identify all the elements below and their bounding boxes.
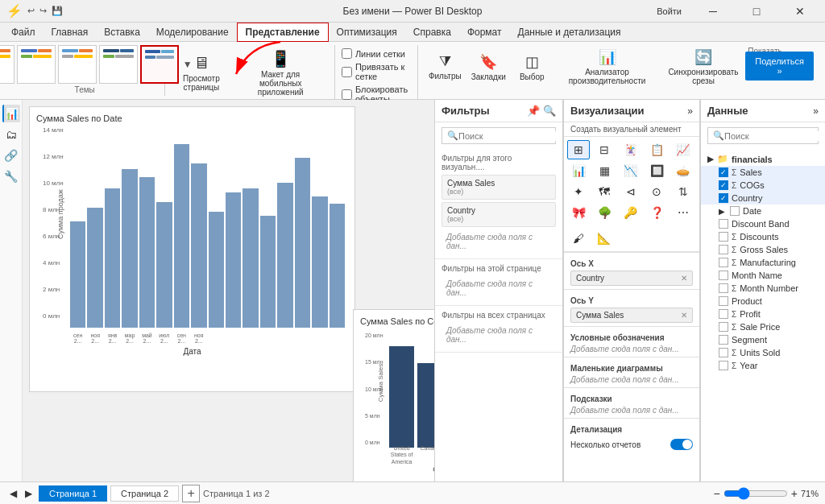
viz-decomp-icon[interactable]: 🌳	[593, 203, 616, 222]
filter-add-page[interactable]: Добавьте сюда поля с дан...	[442, 276, 556, 300]
checkbox-month-number[interactable]	[719, 283, 728, 293]
small-bar-1[interactable]	[417, 363, 434, 448]
data-item-month-name[interactable]: Month Name	[701, 269, 825, 282]
analyzer-btn[interactable]: 📊 Анализатор производительности	[555, 45, 659, 89]
theme-btn-2[interactable]	[17, 45, 56, 84]
chart-main[interactable]: Сумма Sales по Date Сумма продаж 14 млн1…	[29, 106, 355, 392]
bar-11[interactable]	[260, 216, 276, 328]
left-icon-data[interactable]: 🗂	[2, 126, 20, 143]
bar-12[interactable]	[277, 183, 292, 328]
sync-btn[interactable]: 🔄 Синхронизировать срезы	[662, 45, 744, 89]
data-item-country[interactable]: ✓ Country	[701, 192, 825, 204]
viz-table-icon[interactable]: ⊞	[567, 140, 590, 159]
reports-toggle-switch[interactable]	[670, 439, 693, 450]
bar-7[interactable]	[191, 163, 206, 328]
viz-key-icon[interactable]: 🔑	[620, 203, 642, 222]
theme-btn-3[interactable]	[58, 45, 97, 84]
viz-bar-icon[interactable]: 📊	[567, 161, 590, 180]
small-bar-0[interactable]	[389, 346, 414, 448]
checkbox-discount-band[interactable]	[719, 219, 728, 229]
data-item-product[interactable]: Product	[701, 295, 825, 308]
signin-button[interactable]: Войти	[650, 5, 688, 18]
zoom-in-button[interactable]: +	[791, 487, 798, 500]
tooltips-add[interactable]: Добавьте сюда поля с дан...	[570, 406, 693, 415]
maximize-button[interactable]: □	[738, 0, 775, 23]
data-item-cogs[interactable]: ✓ Σ COGs	[701, 179, 825, 192]
select-btn[interactable]: ◫ Выбор	[512, 50, 552, 85]
menu-file[interactable]: Файл	[3, 23, 44, 42]
viz-gauge-icon[interactable]: ⊙	[645, 182, 668, 201]
checkbox-year[interactable]	[719, 361, 728, 370]
data-item-gross-sales[interactable]: Σ Gross Sales	[701, 243, 825, 256]
viz-map-icon[interactable]: 🗺	[593, 182, 616, 201]
viz-analytics-icon[interactable]: 📐	[592, 229, 615, 248]
bar-0[interactable]	[70, 221, 85, 328]
bookmarks-btn[interactable]: 🔖 Закладки	[468, 50, 508, 85]
viz-waterfall-icon[interactable]: ⇅	[672, 182, 694, 201]
checkbox-gross-sales[interactable]	[719, 245, 728, 254]
axis-y-field[interactable]: Сумма Sales ✕	[570, 308, 693, 323]
bar-13[interactable]	[295, 158, 310, 328]
data-item-profit[interactable]: Σ Profit	[701, 308, 825, 320]
theme-btn-4[interactable]	[99, 45, 138, 84]
filter-add-all[interactable]: Добавьте сюда поля с дан...	[442, 323, 556, 347]
checkbox-date[interactable]	[730, 206, 740, 216]
page-tab-2[interactable]: Страница 2	[110, 485, 179, 502]
bar-10[interactable]	[243, 188, 258, 328]
chart-small[interactable]: Сумма Sales по Country ⧩ ⤢ ⋯ Сумма Sales…	[353, 309, 434, 481]
checkbox-segment[interactable]	[719, 335, 728, 345]
viz-clustered-icon[interactable]: ▦	[593, 161, 616, 180]
data-folder-financials[interactable]: ▶ 📁 financials	[701, 152, 825, 166]
viz-matrix-icon[interactable]: ⊟	[593, 140, 616, 159]
menu-insert[interactable]: Вставка	[96, 23, 148, 42]
gridlines-checkbox[interactable]: Линии сетки	[342, 48, 411, 59]
viz-format-icon[interactable]: 🖌	[567, 229, 590, 248]
viz-scatter-icon[interactable]: ✦	[567, 182, 590, 201]
zoom-slider[interactable]	[723, 487, 788, 500]
data-item-discount-band[interactable]: Discount Band	[701, 217, 825, 230]
data-item-sales[interactable]: ✓ Σ Sales	[701, 166, 825, 179]
menu-modeling[interactable]: Моделирование	[148, 23, 237, 42]
theme-btn-1[interactable]	[0, 45, 15, 84]
bar-9[interactable]	[226, 192, 241, 328]
data-item-sale-price[interactable]: Σ Sale Price	[701, 320, 825, 333]
filters-btn[interactable]: ⧩ Фильтры	[425, 50, 465, 84]
data-item-year[interactable]: Σ Year	[701, 359, 825, 372]
snap-checkbox[interactable]: Привязать к сетке	[342, 62, 411, 81]
filter-add-visual[interactable]: Добавьте сюда поля с дан...	[442, 229, 556, 254]
axis-x-remove-icon[interactable]: ✕	[681, 274, 687, 283]
axis-y-remove-icon[interactable]: ✕	[681, 311, 687, 320]
viz-funnel-icon[interactable]: ⊲	[620, 182, 642, 201]
checkbox-manufacturing[interactable]	[719, 258, 728, 267]
menu-home[interactable]: Главная	[44, 23, 97, 42]
bar-4[interactable]	[139, 177, 155, 328]
legend-add[interactable]: Добавьте сюда поля с дан...	[570, 345, 693, 353]
data-search-input[interactable]	[724, 131, 825, 141]
data-item-date[interactable]: ▶ Date	[701, 204, 825, 217]
menu-format[interactable]: Формат	[459, 23, 510, 42]
bar-6[interactable]	[174, 144, 189, 328]
left-icon-dax[interactable]: 🔧	[2, 167, 20, 185]
bar-5[interactable]	[156, 202, 172, 328]
zoom-out-button[interactable]: −	[714, 487, 720, 500]
viz-qna-icon[interactable]: ❓	[645, 203, 668, 222]
mobile-btn[interactable]: 📱 Макет для мобильных приложений	[233, 45, 327, 101]
preview-btn[interactable]: 🖥 Просмотр страницы	[172, 50, 230, 96]
axis-x-field[interactable]: Country ✕	[570, 271, 693, 286]
data-item-segment[interactable]: Segment	[701, 333, 825, 346]
filter-item-country[interactable]: Country (все)	[442, 202, 556, 227]
data-item-units-sold[interactable]: Σ Units Sold	[701, 346, 825, 359]
menu-help[interactable]: Справка	[405, 23, 459, 42]
bar-14[interactable]	[312, 196, 327, 328]
checkbox-discounts[interactable]	[719, 232, 728, 242]
filter-item-sales[interactable]: Сумма Sales (все)	[442, 175, 556, 200]
checkbox-country[interactable]: ✓	[719, 193, 728, 203]
checkbox-cogs[interactable]: ✓	[719, 180, 728, 190]
bar-8[interactable]	[209, 212, 224, 328]
data-item-month-number[interactable]: Σ Month Number	[701, 282, 825, 295]
bar-1[interactable]	[87, 208, 102, 328]
small-charts-add[interactable]: Добавьте сюда поля с дан...	[570, 375, 693, 384]
bar-2[interactable]	[105, 188, 120, 328]
bar-3[interactable]	[122, 169, 137, 328]
checkbox-profit[interactable]	[719, 309, 728, 319]
